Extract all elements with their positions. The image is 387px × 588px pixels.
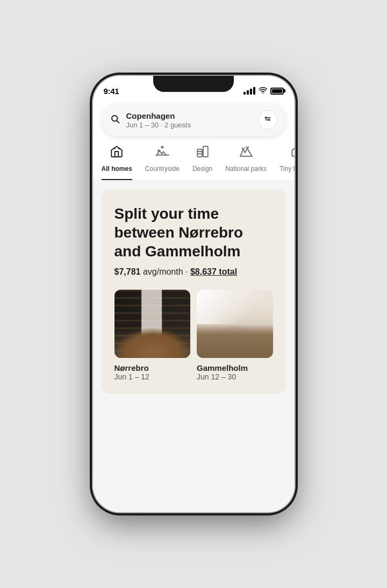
tab-all-homes-label: All homes <box>102 165 132 173</box>
search-text: Copenhagen Jun 1 – 30 · 2 guests <box>126 111 191 129</box>
status-time: 9:41 <box>104 87 119 96</box>
battery-icon <box>270 88 284 95</box>
search-details: Jun 1 – 30 · 2 guests <box>126 121 191 129</box>
svg-rect-7 <box>203 146 208 157</box>
screen: 9:41 <box>93 76 295 512</box>
search-destination: Copenhagen <box>126 111 191 121</box>
tab-design-label: Design <box>192 165 212 173</box>
promo-card: Split your time between Nørrebro and Gam… <box>102 189 286 394</box>
signal-icon <box>243 87 255 95</box>
location2-name: Gammelholm <box>197 363 273 372</box>
tab-all-homes[interactable]: All homes <box>102 145 132 180</box>
search-left: Copenhagen Jun 1 – 30 · 2 guests <box>110 111 191 129</box>
location2-block[interactable]: Gammelholm Jun 12 – 30 <box>197 290 273 381</box>
phone-frame: 9:41 <box>93 76 295 512</box>
location2-dates: Jun 12 – 30 <box>197 372 273 381</box>
search-bar[interactable]: Copenhagen Jun 1 – 30 · 2 guests <box>102 104 286 136</box>
category-tabs: All homes Countryside <box>93 145 295 180</box>
location2-image[interactable] <box>197 290 273 358</box>
promo-pricing: $7,781 avg/month · $8,637 total <box>114 267 273 277</box>
promo-total-link[interactable]: $8,637 total <box>190 267 237 276</box>
filter-button[interactable] <box>258 110 277 130</box>
location1-name: Nørrebro <box>114 363 191 372</box>
promo-avg-label: avg/month <box>143 267 183 276</box>
search-icon <box>110 114 120 126</box>
promo-title: Split your time between Nørrebro and Gam… <box>114 204 273 261</box>
location1-dates: Jun 1 – 12 <box>114 372 191 381</box>
national-parks-icon <box>239 145 253 162</box>
battery-fill <box>272 89 282 93</box>
svg-line-1 <box>117 120 119 123</box>
all-homes-icon <box>110 145 124 162</box>
status-icons <box>243 87 284 95</box>
tab-tiny[interactable]: Tiny homes <box>280 145 295 180</box>
wifi-icon <box>259 87 267 95</box>
location2-label: Gammelholm Jun 12 – 30 <box>197 363 273 381</box>
promo-avg-price: $7,781 <box>114 267 141 276</box>
main-content: Split your time between Nørrebro and Gam… <box>93 181 295 512</box>
countryside-icon <box>155 145 169 162</box>
tiny-homes-icon <box>289 145 295 162</box>
tab-national-parks-label: National parks <box>225 165 267 173</box>
location1-block[interactable]: Nørrebro Jun 1 – 12 <box>114 290 191 381</box>
svg-rect-6 <box>197 149 202 157</box>
location1-image[interactable] <box>114 290 191 358</box>
promo-images: Nørrebro Jun 1 – 12 Gammelholm Jun 12 – … <box>114 290 273 381</box>
promo-separator: · <box>185 267 190 276</box>
tab-tiny-label: Tiny homes <box>280 165 295 173</box>
search-section: Copenhagen Jun 1 – 30 · 2 guests <box>93 99 295 136</box>
tab-design[interactable]: Design <box>192 145 212 180</box>
tab-national-parks[interactable]: National parks <box>225 145 267 180</box>
notch <box>153 76 234 92</box>
svg-point-5 <box>268 119 270 121</box>
tab-countryside-label: Countryside <box>145 165 180 173</box>
design-icon <box>196 145 210 162</box>
svg-point-4 <box>266 117 267 119</box>
tab-countryside[interactable]: Countryside <box>145 145 180 180</box>
location1-label: Nørrebro Jun 1 – 12 <box>114 363 191 381</box>
